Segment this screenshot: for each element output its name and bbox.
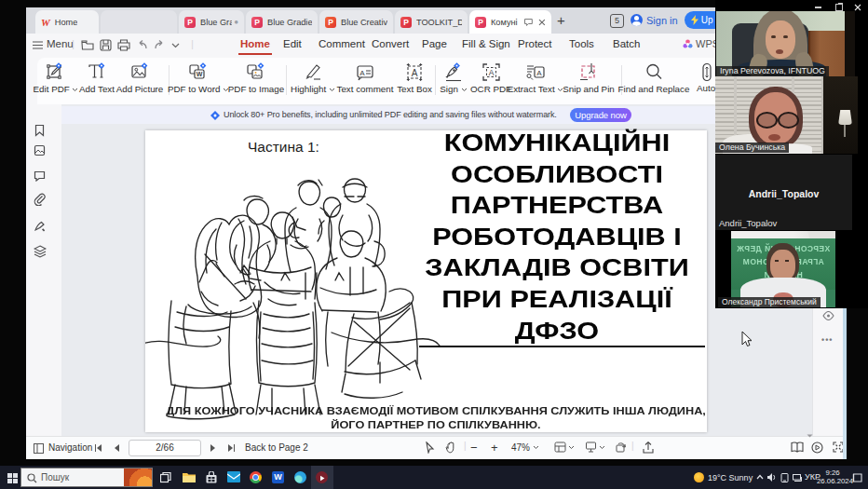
svg-text:A: A: [359, 69, 365, 77]
svg-text:W: W: [197, 71, 203, 77]
svg-text:A: A: [536, 69, 542, 77]
